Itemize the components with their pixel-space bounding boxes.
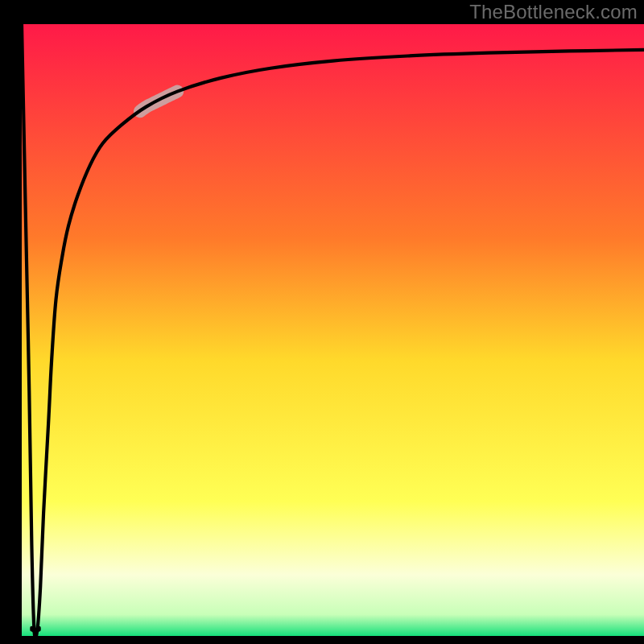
- chart-container: TheBottleneck.com: [0, 0, 644, 644]
- watermark-text: TheBottleneck.com: [469, 1, 638, 23]
- plot-background: [22, 24, 644, 636]
- frame-left: [0, 0, 22, 644]
- bottleneck-chart: [0, 0, 644, 644]
- frame-bottom: [0, 636, 644, 644]
